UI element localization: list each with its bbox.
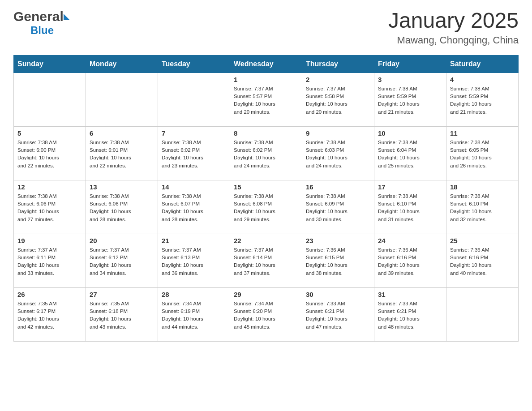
calendar-header-monday: Monday xyxy=(86,55,158,73)
calendar-cell: 6Sunrise: 7:38 AM Sunset: 6:01 PM Daylig… xyxy=(86,126,158,180)
day-number: 10 xyxy=(378,129,442,137)
day-info: Sunrise: 7:35 AM Sunset: 6:17 PM Dayligh… xyxy=(17,300,82,331)
calendar-cell: 16Sunrise: 7:38 AM Sunset: 6:09 PM Dayli… xyxy=(302,180,374,234)
location-subtitle: Mawang, Chongqing, China xyxy=(388,34,519,46)
title-block: January 2025 Mawang, Chongqing, China xyxy=(388,9,519,46)
calendar-header-saturday: Saturday xyxy=(446,55,519,73)
calendar-cell: 10Sunrise: 7:38 AM Sunset: 6:04 PM Dayli… xyxy=(374,126,446,180)
day-info: Sunrise: 7:38 AM Sunset: 5:59 PM Dayligh… xyxy=(378,85,442,116)
logo-blue-text: Blue xyxy=(30,24,54,36)
calendar-cell: 30Sunrise: 7:33 AM Sunset: 6:21 PM Dayli… xyxy=(302,287,374,341)
day-number: 12 xyxy=(17,183,82,191)
calendar-cell: 15Sunrise: 7:38 AM Sunset: 6:08 PM Dayli… xyxy=(230,180,302,234)
day-info: Sunrise: 7:38 AM Sunset: 6:06 PM Dayligh… xyxy=(17,193,82,223)
day-info: Sunrise: 7:38 AM Sunset: 6:10 PM Dayligh… xyxy=(378,193,442,223)
day-number: 9 xyxy=(306,129,370,137)
calendar-cell: 20Sunrise: 7:37 AM Sunset: 6:12 PM Dayli… xyxy=(86,234,158,287)
calendar-cell: 7Sunrise: 7:38 AM Sunset: 6:02 PM Daylig… xyxy=(158,126,230,180)
day-number: 5 xyxy=(17,129,82,137)
calendar-cell: 11Sunrise: 7:38 AM Sunset: 6:05 PM Dayli… xyxy=(446,126,519,180)
day-info: Sunrise: 7:38 AM Sunset: 6:09 PM Dayligh… xyxy=(306,193,370,223)
calendar-week-row: 5Sunrise: 7:38 AM Sunset: 6:00 PM Daylig… xyxy=(14,126,519,180)
day-number: 24 xyxy=(378,237,442,244)
day-info: Sunrise: 7:38 AM Sunset: 6:08 PM Dayligh… xyxy=(234,193,298,223)
calendar-cell: 22Sunrise: 7:37 AM Sunset: 6:14 PM Dayli… xyxy=(230,234,302,287)
calendar-cell: 19Sunrise: 7:37 AM Sunset: 6:11 PM Dayli… xyxy=(14,234,86,287)
day-number: 20 xyxy=(90,237,154,244)
calendar-cell: 4Sunrise: 7:38 AM Sunset: 5:59 PM Daylig… xyxy=(446,73,519,126)
calendar-cell xyxy=(446,287,519,341)
calendar-table: SundayMondayTuesdayWednesdayThursdayFrid… xyxy=(13,55,519,342)
calendar-week-row: 19Sunrise: 7:37 AM Sunset: 6:11 PM Dayli… xyxy=(14,234,519,287)
day-number: 19 xyxy=(17,237,82,244)
day-number: 30 xyxy=(306,291,370,298)
day-number: 13 xyxy=(90,183,154,191)
day-info: Sunrise: 7:38 AM Sunset: 6:10 PM Dayligh… xyxy=(450,193,515,223)
calendar-header-thursday: Thursday xyxy=(302,55,374,73)
day-number: 8 xyxy=(234,129,298,137)
calendar-cell: 1Sunrise: 7:37 AM Sunset: 5:57 PM Daylig… xyxy=(230,73,302,126)
calendar-cell: 12Sunrise: 7:38 AM Sunset: 6:06 PM Dayli… xyxy=(14,180,86,234)
day-info: Sunrise: 7:37 AM Sunset: 6:14 PM Dayligh… xyxy=(234,246,298,277)
calendar-week-row: 12Sunrise: 7:38 AM Sunset: 6:06 PM Dayli… xyxy=(14,180,519,234)
day-number: 18 xyxy=(450,183,515,191)
day-number: 31 xyxy=(378,291,442,298)
calendar-cell: 27Sunrise: 7:35 AM Sunset: 6:18 PM Dayli… xyxy=(86,287,158,341)
day-info: Sunrise: 7:38 AM Sunset: 6:04 PM Dayligh… xyxy=(378,139,442,170)
calendar-header-tuesday: Tuesday xyxy=(158,55,230,73)
day-info: Sunrise: 7:38 AM Sunset: 6:05 PM Dayligh… xyxy=(450,139,515,170)
calendar-cell: 5Sunrise: 7:38 AM Sunset: 6:00 PM Daylig… xyxy=(14,126,86,180)
day-number: 7 xyxy=(162,129,226,137)
day-info: Sunrise: 7:34 AM Sunset: 6:19 PM Dayligh… xyxy=(162,300,226,331)
logo-arrow-icon xyxy=(64,14,70,20)
calendar-cell xyxy=(14,73,86,126)
day-info: Sunrise: 7:35 AM Sunset: 6:18 PM Dayligh… xyxy=(90,300,154,331)
day-info: Sunrise: 7:38 AM Sunset: 5:59 PM Dayligh… xyxy=(450,85,515,116)
calendar-header-wednesday: Wednesday xyxy=(230,55,302,73)
calendar-header-friday: Friday xyxy=(374,55,446,73)
day-info: Sunrise: 7:37 AM Sunset: 6:12 PM Dayligh… xyxy=(90,246,154,277)
calendar-cell: 14Sunrise: 7:38 AM Sunset: 6:07 PM Dayli… xyxy=(158,180,230,234)
day-number: 11 xyxy=(450,129,515,137)
calendar-cell: 23Sunrise: 7:36 AM Sunset: 6:15 PM Dayli… xyxy=(302,234,374,287)
calendar-cell: 24Sunrise: 7:36 AM Sunset: 6:16 PM Dayli… xyxy=(374,234,446,287)
day-info: Sunrise: 7:37 AM Sunset: 5:57 PM Dayligh… xyxy=(234,85,298,116)
logo: General Blue xyxy=(13,9,70,37)
calendar-cell: 8Sunrise: 7:38 AM Sunset: 6:02 PM Daylig… xyxy=(230,126,302,180)
day-info: Sunrise: 7:36 AM Sunset: 6:16 PM Dayligh… xyxy=(450,246,515,277)
day-info: Sunrise: 7:36 AM Sunset: 6:16 PM Dayligh… xyxy=(378,246,442,277)
day-number: 26 xyxy=(17,291,82,298)
calendar-week-row: 26Sunrise: 7:35 AM Sunset: 6:17 PM Dayli… xyxy=(14,287,519,341)
calendar-cell: 31Sunrise: 7:33 AM Sunset: 6:21 PM Dayli… xyxy=(374,287,446,341)
day-number: 16 xyxy=(306,183,370,191)
calendar-cell: 3Sunrise: 7:38 AM Sunset: 5:59 PM Daylig… xyxy=(374,73,446,126)
day-info: Sunrise: 7:38 AM Sunset: 6:06 PM Dayligh… xyxy=(90,193,154,223)
day-info: Sunrise: 7:38 AM Sunset: 6:02 PM Dayligh… xyxy=(234,139,298,170)
page-header: General Blue January 2025 Mawang, Chongq… xyxy=(13,9,519,46)
day-number: 28 xyxy=(162,291,226,298)
day-number: 23 xyxy=(306,237,370,244)
calendar-cell: 28Sunrise: 7:34 AM Sunset: 6:19 PM Dayli… xyxy=(158,287,230,341)
day-number: 25 xyxy=(450,237,515,244)
day-info: Sunrise: 7:38 AM Sunset: 6:01 PM Dayligh… xyxy=(90,139,154,170)
day-number: 6 xyxy=(90,129,154,137)
day-info: Sunrise: 7:37 AM Sunset: 6:11 PM Dayligh… xyxy=(17,246,82,277)
calendar-cell: 2Sunrise: 7:37 AM Sunset: 5:58 PM Daylig… xyxy=(302,73,374,126)
day-number: 4 xyxy=(450,76,515,83)
day-number: 2 xyxy=(306,76,370,83)
calendar-week-row: 1Sunrise: 7:37 AM Sunset: 5:57 PM Daylig… xyxy=(14,73,519,126)
day-info: Sunrise: 7:33 AM Sunset: 6:21 PM Dayligh… xyxy=(306,300,370,331)
day-number: 1 xyxy=(234,76,298,83)
calendar-cell: 25Sunrise: 7:36 AM Sunset: 6:16 PM Dayli… xyxy=(446,234,519,287)
day-number: 17 xyxy=(378,183,442,191)
day-number: 15 xyxy=(234,183,298,191)
day-info: Sunrise: 7:36 AM Sunset: 6:15 PM Dayligh… xyxy=(306,246,370,277)
day-number: 21 xyxy=(162,237,226,244)
calendar-cell: 29Sunrise: 7:34 AM Sunset: 6:20 PM Dayli… xyxy=(230,287,302,341)
day-info: Sunrise: 7:33 AM Sunset: 6:21 PM Dayligh… xyxy=(378,300,442,331)
month-year-title: January 2025 xyxy=(388,9,519,33)
day-number: 3 xyxy=(378,76,442,83)
calendar-cell: 9Sunrise: 7:38 AM Sunset: 6:03 PM Daylig… xyxy=(302,126,374,180)
day-number: 27 xyxy=(90,291,154,298)
calendar-header-sunday: Sunday xyxy=(14,55,86,73)
